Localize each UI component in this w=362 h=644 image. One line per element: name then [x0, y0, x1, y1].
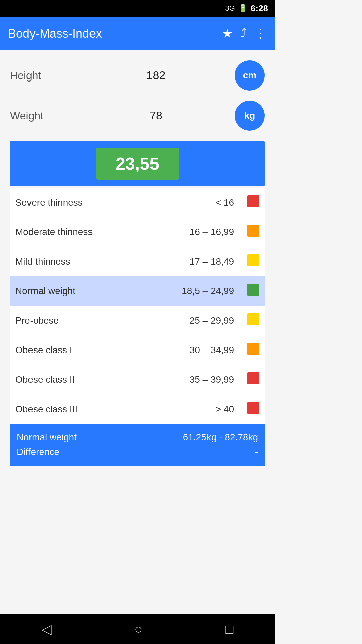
category-range: 30 – 34,99 [150, 335, 239, 365]
category-range: 16 – 16,99 [150, 217, 239, 247]
category-color-dot [247, 402, 259, 414]
category-range: > 40 [150, 394, 239, 424]
summary-weight-value: 61.25kg - 82.78kg [183, 432, 258, 443]
height-label: Height [10, 69, 84, 82]
category-color-cell [239, 188, 265, 217]
category-color-cell [239, 247, 265, 276]
category-name: Obese class I [10, 335, 150, 365]
table-row: Mild thinness 17 – 18,49 [10, 247, 265, 276]
category-color-cell [239, 217, 265, 247]
summary-row-weight: Normal weight 61.25kg - 82.78kg [17, 432, 258, 443]
category-color-dot [247, 284, 259, 296]
table-row: Moderate thinness 16 – 16,99 [10, 217, 265, 247]
category-color-dot [247, 372, 259, 384]
main-content: Height cm Weight kg 23,55 Severe thinnes… [0, 50, 275, 466]
summary-box: Normal weight 61.25kg - 82.78kg Differen… [10, 424, 265, 466]
category-range: < 16 [150, 188, 239, 217]
category-name: Severe thinness [10, 188, 150, 217]
status-bar: 3G 🔋 6:28 [0, 0, 275, 17]
category-name: Obese class III [10, 394, 150, 424]
category-color-dot [247, 313, 259, 325]
category-range: 35 – 39,99 [150, 365, 239, 394]
top-bar: Body-Mass-Index ★ ⤴ ⋮ [0, 17, 275, 50]
height-unit-badge[interactable]: cm [235, 60, 265, 91]
summary-weight-label: Normal weight [17, 432, 77, 443]
table-row: Normal weight 18,5 – 24,99 [10, 276, 265, 306]
category-color-dot [247, 225, 259, 237]
category-color-cell [239, 365, 265, 394]
category-color-dot [247, 254, 259, 266]
weight-row: Weight kg [10, 101, 265, 131]
category-range: 17 – 18,49 [150, 247, 239, 276]
summary-difference-label: Difference [17, 447, 59, 458]
more-icon[interactable]: ⋮ [255, 26, 267, 41]
star-icon[interactable]: ★ [222, 26, 233, 41]
category-color-cell [239, 306, 265, 335]
bmi-value-box: 23,55 [96, 148, 179, 180]
category-color-cell [239, 394, 265, 424]
category-range: 25 – 29,99 [150, 306, 239, 335]
category-name: Mild thinness [10, 247, 150, 276]
category-color-cell [239, 276, 265, 306]
bmi-table: Severe thinness < 16 Moderate thinness 1… [10, 188, 265, 424]
category-name: Obese class II [10, 365, 150, 394]
table-row: Severe thinness < 16 [10, 188, 265, 217]
category-color-dot [247, 195, 259, 207]
bmi-value: 23,55 [116, 154, 159, 174]
weight-label: Weight [10, 110, 84, 122]
summary-difference-value: - [255, 447, 258, 458]
share-icon[interactable]: ⤴ [241, 26, 247, 41]
app-title: Body-Mass-Index [8, 26, 222, 41]
height-row: Height cm [10, 60, 265, 91]
category-range: 18,5 – 24,99 [150, 276, 239, 306]
battery-icon: 🔋 [238, 4, 247, 13]
table-row: Obese class II 35 – 39,99 [10, 365, 265, 394]
top-bar-actions: ★ ⤴ ⋮ [222, 26, 267, 41]
table-row: Obese class I 30 – 34,99 [10, 335, 265, 365]
category-color-dot [247, 343, 259, 355]
summary-row-difference: Difference - [17, 447, 258, 458]
clock: 6:28 [251, 3, 268, 14]
weight-input[interactable] [84, 106, 228, 125]
weight-unit-badge[interactable]: kg [235, 101, 265, 131]
category-name: Moderate thinness [10, 217, 150, 247]
category-name: Pre-obese [10, 306, 150, 335]
bmi-container: 23,55 [10, 141, 265, 186]
network-indicator: 3G [225, 4, 235, 13]
category-name: Normal weight [10, 276, 150, 306]
category-color-cell [239, 335, 265, 365]
height-input[interactable] [84, 66, 228, 85]
table-row: Obese class III > 40 [10, 394, 265, 424]
table-row: Pre-obese 25 – 29,99 [10, 306, 265, 335]
